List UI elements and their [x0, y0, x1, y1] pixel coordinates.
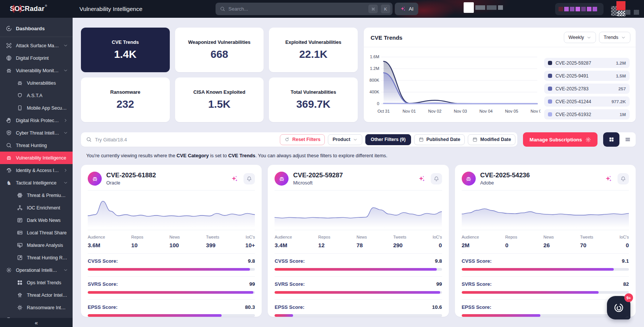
- grid-view-button[interactable]: [603, 132, 619, 147]
- sidebar-item-ops-intel-trends[interactable]: Ops Intel Trends: [0, 276, 73, 289]
- sidebar-item-partial[interactable]: [0, 314, 73, 318]
- sidebar-collapse-button[interactable]: «: [0, 318, 73, 327]
- stat-card-cve-trends[interactable]: CVE Trends1.4K: [81, 28, 170, 72]
- chat-widget-button[interactable]: 9+ .::: [607, 296, 630, 319]
- sidebar-item-label: Ransomware Intelligence: [27, 305, 68, 310]
- score-track: [88, 291, 255, 294]
- spy-icon: [17, 292, 23, 298]
- published-date-button[interactable]: Published Date: [414, 134, 465, 145]
- score-header: EPSS Score:: [462, 304, 629, 310]
- sidebar-item-vulnerability-intelligence[interactable]: Vulnerability Intelligence: [0, 152, 73, 164]
- score-track: [275, 291, 442, 294]
- sidebar-nav: DashboardsAttack Surface ManagementDigit…: [0, 18, 73, 318]
- sidebar-item-attack-surface-management[interactable]: Attack Surface Management: [0, 39, 73, 52]
- sidebar-item-digital-footprint[interactable]: Digital Footprint: [0, 52, 73, 64]
- stat-card-cisa-known-exploited[interactable]: CISA Known Exploited1.5K: [175, 77, 264, 122]
- metric-label: Repos: [505, 235, 517, 239]
- manage-subscriptions-button[interactable]: Manage Subscriptions: [523, 132, 597, 147]
- sidebar-item-dark-web-news[interactable]: Dark Web News: [0, 214, 73, 226]
- chevron-right-icon: [63, 168, 68, 173]
- metric-value: 0: [505, 242, 517, 248]
- sidebar-item-mobile-app-security[interactable]: Mobile App Security: [0, 102, 73, 114]
- global-search[interactable]: K: [216, 3, 393, 15]
- other-filters-button[interactable]: Other Filters (9): [365, 134, 411, 145]
- cve-card-cve-2025-59287: CVE-2025-59287Microsoft Audience3.4MRepo…: [268, 165, 448, 317]
- sidebar-item-identity-access-intelligence[interactable]: Identity & Access Intelligence: [0, 164, 73, 177]
- score-header: SVRS Score:99: [275, 281, 442, 287]
- stat-card-exploited-vulnerabilities[interactable]: Exploited Vulnerabilities22.1K: [269, 28, 358, 72]
- shield-eye-icon: [6, 130, 12, 136]
- stat-card-total-vulnerabilities[interactable]: Total Vulnerabilities369.7K: [269, 77, 358, 122]
- reset-filters-button[interactable]: Reset Filters: [280, 134, 325, 145]
- score-label: EPSS Score:: [275, 304, 304, 310]
- list-view-icon: [625, 136, 631, 143]
- sidebar-item-ransomware-intelligence[interactable]: Ransomware Intelligence: [0, 301, 73, 314]
- modified-date-button[interactable]: Modified Date: [468, 134, 515, 145]
- socradar-logo[interactable]: SOSOCRadarCRadar®: [10, 0, 47, 18]
- legend-item-cve-2025-41244[interactable]: CVE-2025-41244977.2K: [544, 96, 630, 107]
- trends-panel-title: CVE Trends: [371, 34, 402, 41]
- stat-card-value: 1.5K: [208, 98, 230, 110]
- legend-item-cve-2025-59287[interactable]: CVE-2025-592871.2M: [544, 58, 630, 68]
- sidebar-item-threat-premium-feeds[interactable]: Threat & Premium Feeds: [0, 189, 73, 201]
- globe-icon: [6, 55, 12, 61]
- metric-repos: Repos0: [505, 235, 517, 248]
- legend-cve-label: CVE-2025-2783: [556, 86, 615, 91]
- notification-bell-button[interactable]: [431, 173, 442, 184]
- list-view-button[interactable]: [619, 132, 636, 147]
- legend-item-cve-2025-2783[interactable]: CVE-2025-2783257: [544, 84, 630, 94]
- reset-filters-label: Reset Filters: [292, 137, 320, 142]
- sidebar-item-tactical-intelligence[interactable]: ♞Tactical Intelligence: [0, 177, 73, 189]
- sidebar-item-local-threat-share[interactable]: Local Threat Share: [0, 226, 73, 239]
- metric-audience: Audience3.6M: [88, 235, 105, 248]
- stat-card-weaponized-vulnerabilities[interactable]: Weaponized Vulnerabilities668: [175, 28, 264, 72]
- sidebar-item-digital-risk-protection[interactable]: Digital Risk Protection: [0, 114, 73, 127]
- sidebar-item-malware-analysis[interactable]: Malware Analysis: [0, 239, 73, 251]
- product-dropdown[interactable]: Product: [328, 134, 362, 145]
- score-track: [88, 268, 255, 271]
- global-search-input[interactable]: [228, 6, 365, 12]
- cmd-keycap: [368, 5, 378, 13]
- sidebar-item-label: Operational Intelligence: [16, 268, 59, 273]
- sidebar-item-ioc-enrichment[interactable]: IOC Enrichment: [0, 201, 73, 214]
- sidebar-item-threat-actor-intelligence[interactable]: Threat Actor Intelligence: [0, 289, 73, 301]
- cve-card-actions: [416, 173, 442, 184]
- ai-assistant-button[interactable]: AI: [395, 3, 418, 15]
- sidebar-item-cyber-threat-intelligence[interactable]: Cyber Threat Intelligence: [0, 127, 73, 139]
- cve-bug-avatar: [275, 172, 289, 186]
- legend-item-cve-2025-61932[interactable]: CVE-2025-619321M: [544, 109, 630, 119]
- sidebar-item-vulnerability-monitoring[interactable]: Vulnerability Monitoring: [0, 64, 73, 77]
- chat-resize-grip[interactable]: .::: [625, 316, 629, 318]
- chevron-down-icon: [63, 68, 68, 73]
- sidebar-item-dashboards[interactable]: Dashboards: [0, 21, 73, 36]
- filter-search-input[interactable]: [95, 137, 277, 143]
- redacted-org-selector[interactable]: [555, 3, 604, 15]
- ai-sparkle-button[interactable]: [229, 173, 240, 184]
- trends-dropdown[interactable]: Trends: [599, 32, 630, 43]
- metric-label: News: [357, 235, 367, 239]
- notification-bell-button[interactable]: [244, 173, 255, 184]
- metric-value: 0: [619, 242, 629, 248]
- cve-sparkline: [88, 191, 255, 230]
- notification-bell-button[interactable]: [618, 173, 629, 184]
- sidebar-item-a-s-t-a[interactable]: A.S.T.A: [0, 89, 73, 102]
- sidebar-item-vulnerabilities[interactable]: Vulnerabilities: [0, 77, 73, 89]
- stat-card-ransomware[interactable]: Ransomware232: [81, 77, 170, 122]
- search-icon: [6, 142, 12, 149]
- sidebar-item-operational-intelligence[interactable]: Operational Intelligence: [0, 264, 73, 276]
- legend-cve-label: CVE-2025-61932: [556, 112, 616, 117]
- metric-tweets: Tweets70: [580, 235, 593, 248]
- score-fill: [275, 268, 437, 271]
- ai-sparkle-button[interactable]: [416, 173, 427, 184]
- grid-view-icon: [608, 136, 615, 143]
- period-dropdown[interactable]: Weekly: [564, 32, 596, 43]
- ransomware-icon: [17, 304, 23, 311]
- mobile-icon: [17, 105, 23, 111]
- legend-item-cve-2025-9491[interactable]: CVE-2025-94911.5M: [544, 71, 630, 81]
- metric-ioc-s: IoC's0: [433, 235, 442, 248]
- sidebar-item-threat-hunting-rules[interactable]: Threat Hunting Rules: [0, 251, 73, 264]
- ai-sparkle-button[interactable]: [603, 173, 614, 184]
- score-fill: [462, 291, 599, 294]
- bug-icon: [6, 67, 12, 74]
- sidebar-item-threat-hunting[interactable]: Threat Hunting: [0, 139, 73, 152]
